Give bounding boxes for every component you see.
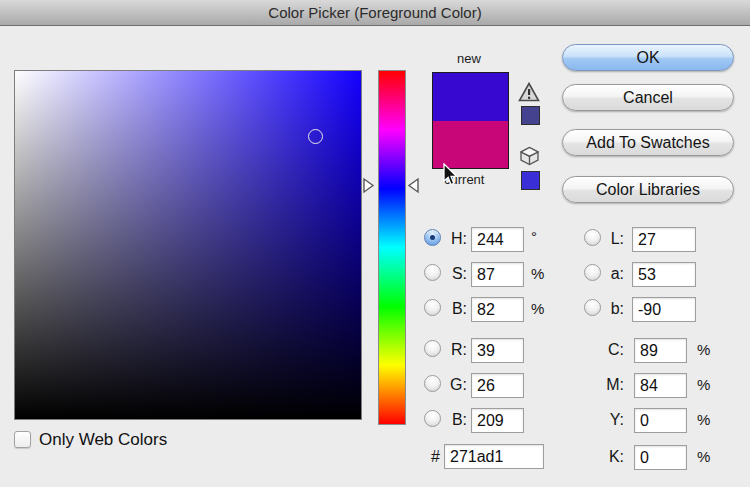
- color-libraries-button[interactable]: Color Libraries: [562, 176, 734, 203]
- new-color-label: new: [457, 51, 481, 66]
- s-unit: %: [531, 265, 544, 282]
- color-picker-dialog: Color Picker (Foreground Color) new curr…: [0, 0, 750, 487]
- hue-slider-arrow-right-icon[interactable]: [407, 177, 420, 194]
- bb-input[interactable]: [632, 297, 696, 322]
- k-input[interactable]: [634, 445, 687, 470]
- g-input[interactable]: [471, 373, 524, 398]
- r-label: R:: [441, 341, 467, 359]
- saturation-brightness-field[interactable]: [14, 70, 362, 420]
- web-safe-cube-icon[interactable]: [519, 146, 540, 166]
- radio-s[interactable]: [424, 264, 441, 281]
- m-label: M:: [598, 376, 624, 394]
- only-web-colors-label: Only Web Colors: [39, 430, 167, 450]
- web-safe-color-swatch[interactable]: [521, 171, 540, 190]
- only-web-colors-checkbox[interactable]: [14, 431, 31, 448]
- new-color-swatch: [433, 73, 508, 121]
- gamut-safe-color-swatch[interactable]: [521, 106, 540, 125]
- s-input[interactable]: [471, 262, 524, 287]
- gamut-warning-icon[interactable]: [518, 82, 540, 102]
- a-label: a:: [598, 265, 624, 283]
- b2-label: B:: [441, 411, 467, 429]
- radio-b2[interactable]: [424, 410, 441, 427]
- cancel-button[interactable]: Cancel: [562, 84, 734, 111]
- h-unit: °: [531, 228, 537, 245]
- k-unit: %: [697, 448, 710, 465]
- l-label: L:: [598, 230, 624, 248]
- ok-button[interactable]: OK: [562, 44, 734, 71]
- add-to-swatches-button[interactable]: Add To Swatches: [562, 129, 734, 156]
- c-unit: %: [697, 341, 710, 358]
- b-label: B:: [441, 300, 467, 318]
- c-label: C:: [598, 341, 624, 359]
- dialog-title: Color Picker (Foreground Color): [0, 0, 750, 26]
- y-label: Y:: [598, 411, 624, 429]
- s-label: S:: [441, 265, 467, 283]
- hue-slider[interactable]: [378, 70, 406, 425]
- g-label: G:: [441, 376, 467, 394]
- b-input[interactable]: [471, 297, 524, 322]
- radio-h[interactable]: [424, 229, 441, 246]
- k-label: K:: [598, 448, 624, 466]
- y-unit: %: [697, 411, 710, 428]
- b2-input[interactable]: [471, 408, 524, 433]
- h-input[interactable]: [471, 227, 524, 252]
- hex-input[interactable]: [444, 444, 544, 469]
- radio-r[interactable]: [424, 340, 441, 357]
- swatch-box: [432, 72, 509, 169]
- hue-slider-arrow-left-icon[interactable]: [362, 177, 375, 194]
- m-input[interactable]: [634, 373, 687, 398]
- radio-g[interactable]: [424, 375, 441, 392]
- a-input[interactable]: [632, 262, 696, 287]
- hex-label: #: [414, 448, 440, 466]
- y-input[interactable]: [634, 408, 687, 433]
- h-label: H:: [441, 230, 467, 248]
- color-field-marker[interactable]: [308, 129, 323, 144]
- b-unit: %: [531, 300, 544, 317]
- radio-b[interactable]: [424, 299, 441, 316]
- mouse-cursor-icon: [443, 163, 459, 187]
- current-color-swatch[interactable]: [433, 121, 508, 169]
- r-input[interactable]: [471, 338, 524, 363]
- l-input[interactable]: [632, 227, 696, 252]
- m-unit: %: [697, 376, 710, 393]
- bb-label: b:: [598, 300, 624, 318]
- c-input[interactable]: [634, 338, 687, 363]
